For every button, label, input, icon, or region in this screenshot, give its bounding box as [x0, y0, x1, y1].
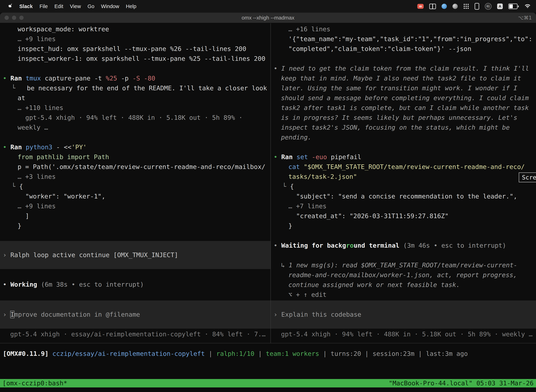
terminal-line: inspect task2's JSON, focusing on the st… — [271, 123, 536, 132]
apple-icon — [9, 3, 13, 9]
text-segment: ] — [25, 212, 29, 219]
text-segment: '{"team_name":"my-team","task_id":"1","f… — [288, 35, 532, 42]
text-segment: [OMX#0.11.9] — [3, 350, 53, 357]
text-segment: tasks/task-2.json" — [288, 173, 357, 180]
window-tiles-icon[interactable] — [429, 4, 436, 9]
terminal-line: ⌥ + ↑ edit — [271, 290, 536, 300]
app-grid-icon[interactable] — [463, 4, 469, 9]
window-shortcut-badge: ⌥⌘1 — [518, 15, 532, 21]
text-segment: gpt-5.4 xhigh · 94% left · 488K in · 5.1… — [281, 331, 532, 338]
text-segment: … +9 lines — [18, 202, 56, 210]
menu-help[interactable]: Help — [123, 4, 140, 9]
text-segment: mprove documentation in @filename — [14, 311, 140, 318]
blank-line — [271, 250, 536, 260]
raycast-icon[interactable] — [442, 4, 447, 9]
battery-percent-badge[interactable]: 61 — [485, 3, 492, 10]
terminal-pane-left[interactable]: workspace_mode: worktree… +9 linesinspec… — [0, 23, 270, 343]
text-segment: ro — [346, 242, 354, 249]
text-segment: -euo — [312, 153, 331, 160]
text-segment: ↳ — [281, 261, 289, 269]
terminal-line: weekly … — [0, 123, 270, 132]
prompt-input[interactable]: › Improve documentation in @filename — [0, 300, 270, 329]
terminal-line: "created_at": "2026-03-31T11:59:27.816Z" — [271, 211, 536, 221]
text-segment: should send a message before completing … — [281, 94, 529, 102]
text-segment: inspect_hud: omx sparkshell --tmux-pane … — [18, 45, 246, 52]
text-segment: at — [18, 94, 25, 102]
text-segment: › — [274, 311, 281, 318]
menu-file[interactable]: File — [36, 4, 51, 9]
text-segment: - << — [56, 144, 72, 151]
text-segment: weekly … — [18, 124, 48, 131]
terminal-line: inspect_worker-1: omx sparkshell --tmux-… — [0, 54, 270, 64]
terminal-line: should send a message before completing … — [271, 93, 536, 103]
text-segment: … +110 lines — [18, 104, 63, 111]
text-segment: session:23m — [373, 350, 414, 357]
terminal-line: … +9 lines — [0, 34, 270, 44]
text-segment: from pathlib import Path — [18, 153, 109, 160]
text-segment: Ran — [281, 153, 297, 160]
text-segment: (3m 46s • esc to interrupt) — [403, 242, 506, 249]
wifi-icon[interactable] — [524, 4, 531, 9]
battery-icon[interactable] — [508, 4, 519, 9]
text-segment: "subject": "send a concise recommendatio… — [296, 193, 517, 200]
text-segment: p = Path('.omx/state/team/review-current… — [18, 163, 265, 170]
text-segment: Ran — [10, 144, 26, 151]
text-segment: | — [205, 350, 216, 357]
menu-edit[interactable]: Edit — [51, 4, 67, 9]
terminal-pane-right[interactable]: … +16 lines'{"team_name":"my-team","task… — [271, 23, 536, 343]
terminal-line: '{"team_name":"my-team","task_id":"1","f… — [271, 34, 536, 44]
apple-menu[interactable] — [6, 3, 16, 9]
text-segment: ralph:1/10 — [216, 350, 254, 357]
terminal-line: pending. — [271, 132, 536, 142]
text-segment: later. Using the same for transition mig… — [281, 84, 517, 92]
text-segment: "$OMX_TEAM_STATE_ROOT/team/review-curren… — [304, 163, 525, 170]
text-segment: └ — [12, 84, 27, 92]
text-segment: Explain this codebase — [281, 311, 361, 318]
terminal-line: keep that in mind. Maybe I also need the… — [271, 73, 536, 83]
text-segment: "worker": "worker-1", — [25, 193, 105, 200]
tmux-status-bar: [omx-cczip0:bash* "MacBook-Pro-44.local"… — [0, 379, 536, 387]
terminal-line: … +9 lines — [0, 201, 270, 211]
terminal-line: ↳ 1 new msg(s): read $OMX_TEAM_STATE_ROO… — [271, 260, 536, 270]
menubar-left: Slack FileEditViewGoWindowHelp — [0, 3, 140, 9]
terminal-line: inspect_hud: omx sparkshell --tmux-pane … — [0, 44, 270, 54]
text-segment: } — [288, 222, 292, 229]
text-segment: "completed","claim_token":"claim-token"}… — [288, 45, 471, 52]
menu-go[interactable]: Go — [84, 4, 98, 9]
omx-status-line: [OMX#0.11.9] cczip/essay/ai-reimplementa… — [0, 349, 536, 359]
text-segment: … +16 lines — [288, 25, 330, 33]
text-segment: • — [3, 144, 10, 151]
text-segment: … +3 lines — [18, 173, 56, 180]
text-segment: } — [18, 222, 21, 229]
text-segment: "created_at": "2026-03-31T11:59:27.816Z" — [296, 212, 449, 219]
text-segment: inspect_worker-1: omx sparkshell --tmux-… — [18, 55, 265, 62]
input-source-icon[interactable]: A — [497, 4, 503, 9]
terminal-line: ] — [0, 211, 270, 221]
text-segment: | — [254, 350, 266, 357]
text-segment: is in progress? It seems likely but perh… — [281, 114, 517, 121]
terminal-line: └ { — [271, 182, 536, 191]
phone-mirroring-icon[interactable] — [475, 3, 479, 10]
window-titlebar: omx --xhigh --madmax ⌥⌘1 — [0, 13, 536, 23]
text-segment: • — [274, 153, 281, 160]
screen: Slack FileEditViewGoWindowHelp 61A omx -… — [0, 0, 536, 392]
prompt-suggestion[interactable]: › Explain this codebase — [271, 300, 536, 329]
text-segment: • — [274, 242, 281, 249]
screen-recording-indicator[interactable] — [417, 4, 424, 9]
text-segment: -S -80 — [132, 75, 155, 82]
text-segment: tmux — [26, 75, 45, 82]
terminal-line: "worker": "worker-1", — [0, 191, 270, 201]
terminal-line: • Ran tmux capture-pane -t %25 -p -S -80 — [0, 73, 270, 83]
text-segment: • — [3, 75, 10, 82]
menu-view[interactable]: View — [67, 4, 84, 9]
menu-window[interactable]: Window — [98, 4, 123, 9]
terminal-line: … +110 lines — [0, 103, 270, 113]
terminal-line: • Ran set -euo pipefail — [271, 152, 536, 162]
text-segment: readme-and-reco/mailbox/worker-1.json, a… — [288, 271, 517, 279]
tmux-host-clock: "MacBook-Pro-44.local" 05:03 31-Mar-26 — [389, 379, 534, 387]
text-segment: 1 new msg(s): read $OMX_TEAM_STATE_ROOT/… — [289, 261, 517, 269]
camera-icon[interactable] — [452, 4, 458, 9]
active-app-menu[interactable]: Slack — [16, 4, 36, 9]
text-segment: • — [3, 281, 10, 288]
terminal-line: gpt-5.4 xhigh · 94% left · 488K in · 5.1… — [0, 113, 270, 123]
